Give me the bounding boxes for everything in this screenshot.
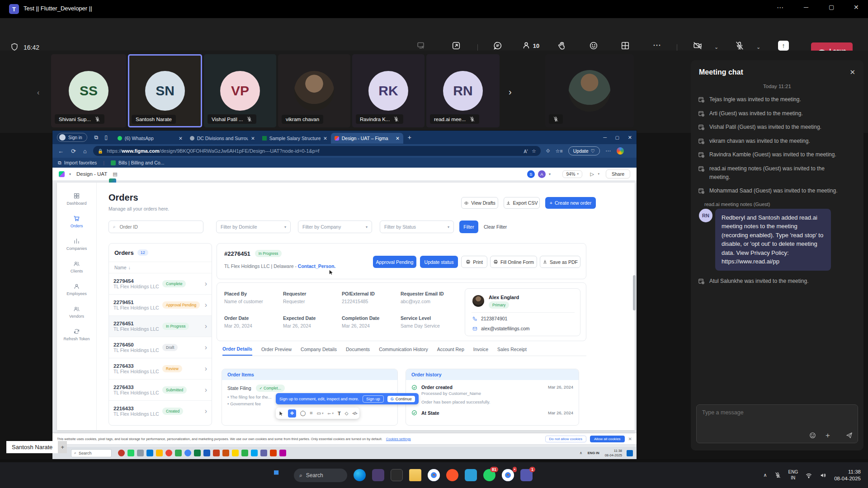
shared-notifications-icon[interactable] <box>627 450 633 456</box>
filter-button[interactable]: Filter <box>459 221 478 233</box>
figma-share-button[interactable]: Share <box>606 169 630 178</box>
workspaces-icon[interactable]: ⧉ <box>94 134 99 141</box>
collaborator-avatar[interactable]: A <box>538 170 546 178</box>
tray-expand-chevron-icon[interactable]: ∧ <box>763 472 767 478</box>
banner-signup-button[interactable]: Sign up <box>363 395 384 403</box>
banner-continue-button[interactable]: GContinue <box>387 396 415 402</box>
shared-taskbar-icon[interactable] <box>260 450 267 456</box>
favorites-list-icon[interactable]: ☆≡ <box>555 148 562 154</box>
extensions-icon[interactable]: ⟐ <box>546 148 550 154</box>
fill-online-form-button[interactable]: Fill Online Form <box>490 256 537 268</box>
shared-taskbar-icon[interactable] <box>222 450 229 456</box>
order-row[interactable]: 2279451TL Flex Holdings LLC Approval Pen… <box>109 294 212 315</box>
chrome-icon[interactable]: • <box>502 469 514 481</box>
whatsapp-icon[interactable]: 81 <box>483 469 495 481</box>
filter-domicile-dropdown[interactable]: Filter by Domicile▾ <box>216 221 291 233</box>
sidebar-item-vendors[interactable]: Vendors <box>69 305 84 319</box>
read-aloud-icon[interactable]: A› <box>524 148 528 154</box>
vertical-tabs-icon[interactable]: ▯ <box>104 134 108 141</box>
copilot-icon[interactable] <box>617 147 624 155</box>
cursor-tool-icon[interactable] <box>278 411 284 416</box>
chrome-icon[interactable] <box>428 469 440 481</box>
tab-company-details[interactable]: Company Details <box>301 347 337 355</box>
shared-taskbar-icon[interactable] <box>270 450 277 456</box>
emoji-icon[interactable] <box>809 432 816 439</box>
bookmark-import-favorites[interactable]: Import favorites <box>64 160 97 165</box>
frame-tool-icon[interactable]: ⌗ <box>310 410 312 416</box>
comment-tool-icon[interactable]: ◯ <box>300 410 306 416</box>
window-menu-icon[interactable]: ⋯ <box>777 4 784 12</box>
sidebar-item-employees[interactable]: Employees <box>66 283 87 296</box>
order-row[interactable]: 2279454TL Flex Holdings LLC Complete › <box>109 273 212 294</box>
file-explorer-icon[interactable] <box>409 469 421 481</box>
video-tile[interactable]: vikram chavan <box>278 54 350 127</box>
send-message-icon[interactable] <box>845 432 853 439</box>
camera-options-chevron-icon[interactable]: ⌄ <box>714 44 718 50</box>
figma-menu-icon[interactable] <box>59 171 65 177</box>
bookmark-bills[interactable]: Bills | Billing and Co... <box>118 160 164 165</box>
close-tab-icon[interactable]: ✕ <box>179 136 183 141</box>
collaborator-avatar[interactable]: S <box>527 170 535 178</box>
clear-filter-button[interactable]: Clear Filter <box>484 221 507 233</box>
shared-taskbar-icon[interactable] <box>232 450 239 456</box>
minimize-icon[interactable]: ─ <box>804 4 808 11</box>
video-tile-selected[interactable]: SN Santosh Narate <box>128 54 202 127</box>
sidebar-item-dashboard[interactable]: Dashboard <box>66 192 86 206</box>
browser-tab[interactable]: (6) WhatsApp ✕ <box>114 133 186 144</box>
code-tool-icon[interactable]: </> <box>352 411 357 416</box>
app-icon[interactable] <box>391 469 403 481</box>
figma-pages-panel-icon[interactable]: ▤ <box>113 171 117 177</box>
wifi-icon[interactable] <box>805 472 812 479</box>
view-drafts-button[interactable]: View Drafts <box>461 197 498 209</box>
shared-search-box[interactable]: ⌕ Search <box>71 449 112 457</box>
pin-presenter-icon[interactable]: + <box>58 441 67 453</box>
chat-message-input[interactable] <box>697 405 858 420</box>
shared-taskbar-icon[interactable] <box>146 450 153 456</box>
shared-taskbar-icon[interactable] <box>203 450 210 456</box>
tab-invoice[interactable]: Invoice <box>473 347 488 355</box>
shared-taskbar-icon[interactable] <box>213 450 220 456</box>
mic-options-chevron-icon[interactable]: ⌄ <box>756 44 760 50</box>
tab-communication-history[interactable]: Communication History <box>379 347 428 355</box>
shared-language-indicator[interactable]: ENG IN <box>588 451 599 455</box>
contact-email[interactable]: alex@vstatefilings.com <box>481 326 530 331</box>
text-tool-icon[interactable]: T <box>338 411 341 416</box>
tab-documents[interactable]: Documents <box>346 347 370 355</box>
shared-taskbar-icon[interactable] <box>165 450 172 456</box>
shared-taskbar-icon[interactable] <box>241 450 248 456</box>
order-row[interactable]: 2276450TL Flex Holdings LLC Draft › <box>109 337 212 358</box>
tab-order-details[interactable]: Order Details <box>222 346 252 356</box>
back-icon[interactable]: ← <box>58 148 64 155</box>
figma-menu-chevron-icon[interactable]: ▾ <box>69 172 71 176</box>
shared-taskbar-icon[interactable] <box>118 450 125 456</box>
browser-profile-button[interactable]: Sign in <box>57 133 87 142</box>
browser-settings-icon[interactable]: ⋯ <box>605 148 611 154</box>
tab-order-preview[interactable]: Order Preview <box>261 347 292 355</box>
shared-taskbar-icon[interactable] <box>156 450 163 456</box>
connector-tool-icon[interactable]: ⟜▾ <box>327 411 334 416</box>
sidebar-item-refresh-token[interactable]: Refresh Token <box>64 328 90 341</box>
scroll-tiles-right-chevron-icon[interactable]: › <box>509 87 512 97</box>
new-tab-icon[interactable]: + <box>408 134 411 141</box>
video-tile[interactable]: RN read.ai mee... <box>426 54 500 127</box>
browser-tab[interactable]: DC Divisions and Surroundings ✕ <box>186 133 259 144</box>
order-id-search[interactable]: ⌕ <box>108 221 203 233</box>
browser-minimize-icon[interactable]: ─ <box>603 135 607 140</box>
teams-icon[interactable]: 1 <box>520 469 533 481</box>
component-tool-icon[interactable]: ◇ <box>345 411 349 416</box>
contact-phone[interactable]: 2123874901 <box>481 316 507 321</box>
video-tile[interactable]: SS Shivani Sup... <box>51 54 126 127</box>
canvas-scrollbar[interactable] <box>633 275 636 310</box>
export-csv-button[interactable]: Export CSV <box>504 197 540 209</box>
print-button[interactable]: Print <box>461 256 487 268</box>
home-icon[interactable]: ⌂ <box>83 148 87 155</box>
tab-sales-receipt[interactable]: Sales Receipt <box>497 347 527 355</box>
attach-plus-icon[interactable]: + <box>826 432 830 439</box>
shared-taskbar-icon[interactable] <box>127 450 134 456</box>
close-tab-icon[interactable]: ✕ <box>396 136 400 141</box>
shared-taskbar-icon[interactable] <box>251 450 258 456</box>
shared-taskbar-icon[interactable] <box>184 450 191 456</box>
update-status-button[interactable]: Update status <box>420 256 458 268</box>
order-row[interactable]: 2216433TL Flex Holdings LLC Created › <box>109 400 212 422</box>
sidebar-item-companies[interactable]: Companies <box>66 238 87 251</box>
